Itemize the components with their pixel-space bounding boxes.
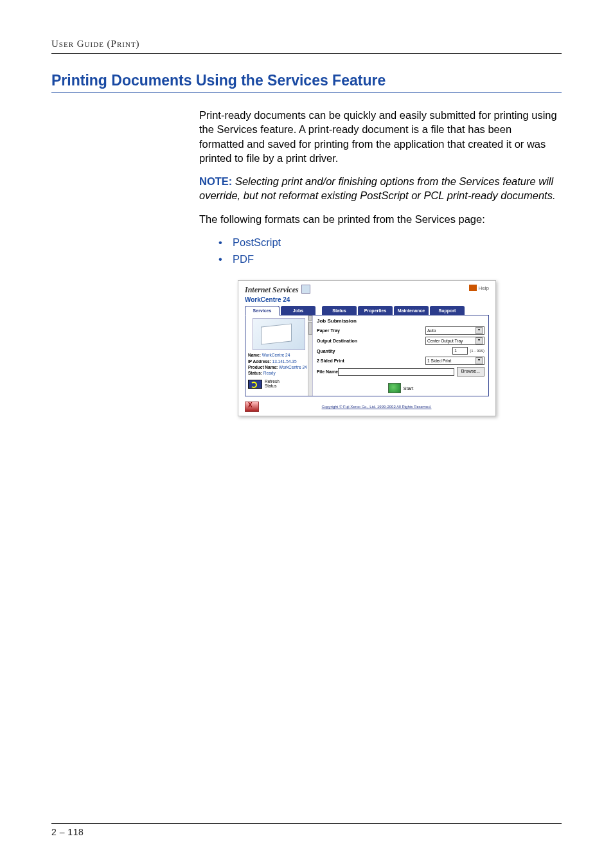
file-name-label: File Name	[317, 369, 338, 374]
tab-maintenance[interactable]: Maintenance	[394, 306, 429, 315]
tab-spacer	[317, 306, 321, 314]
note-text-content: Selecting print and/or finishing options…	[199, 175, 556, 201]
format-item: PostScript	[218, 235, 559, 249]
two-sided-label: 2 Sided Print	[317, 359, 344, 363]
note-label: NOTE:	[199, 175, 232, 187]
chevron-down-icon: ▾	[475, 337, 483, 344]
device-name: WorkCentre 24	[238, 296, 495, 306]
tab-properties[interactable]: Properties	[358, 306, 393, 315]
paper-tray-select[interactable]: Auto▾	[425, 326, 484, 335]
two-sided-select[interactable]: 1 Sided Print▾	[425, 357, 484, 365]
start-button[interactable]: Start	[388, 383, 414, 393]
note-paragraph: NOTE: Selecting print and/or finishing o…	[199, 174, 559, 203]
formats-list: PostScript PDF	[218, 235, 559, 267]
printer-illustration	[253, 318, 305, 350]
embedded-screenshot: Internet Services Help WorkCentre 24 Ser…	[238, 280, 496, 416]
refresh-icon	[248, 380, 262, 389]
xerox-logo	[245, 402, 259, 412]
tab-services[interactable]: Services	[245, 306, 280, 315]
body-column: Print-ready documents can be quickly and…	[199, 108, 559, 266]
section-title: Printing Documents Using the Services Fe…	[51, 72, 562, 93]
refresh-status-button[interactable]: RefreshStatus	[248, 380, 310, 389]
tab-row: Services Jobs Status Properties Maintena…	[238, 306, 495, 315]
output-dest-select[interactable]: Center Output Tray▾	[425, 337, 484, 345]
job-submission-form: Job Submission Paper Tray Auto▾ Output D…	[313, 315, 488, 396]
copyright-line: Copyright © Fuji Xerox Co., Ltd. 1999-20…	[264, 405, 489, 409]
browse-button[interactable]: Browse...	[457, 367, 484, 376]
quantity-label: Quantity	[317, 349, 335, 353]
paper-tray-label: Paper Tray	[317, 328, 340, 333]
quantity-range: (1 - 999)	[470, 349, 484, 353]
help-icon	[469, 285, 477, 291]
chevron-down-icon: ▾	[475, 357, 483, 364]
page-number: 2 – 118	[51, 827, 84, 837]
form-heading: Job Submission	[317, 318, 484, 324]
quantity-input[interactable]: 1	[452, 347, 468, 355]
side-scrollbar[interactable]	[308, 315, 312, 396]
start-icon	[388, 383, 401, 393]
side-panel: Name: WorkCentre 24 IP Address: 13.141.5…	[245, 315, 313, 396]
file-name-input[interactable]	[338, 368, 454, 376]
globe-icon	[301, 285, 310, 294]
tab-jobs[interactable]: Jobs	[281, 306, 315, 315]
formats-intro: The following formats can be printed fro…	[199, 212, 559, 226]
tab-status[interactable]: Status	[322, 306, 357, 315]
running-head: User Guide (Print)	[51, 39, 562, 54]
format-item: PDF	[218, 252, 559, 266]
intro-paragraph: Print-ready documents can be quickly and…	[199, 108, 559, 165]
chevron-down-icon: ▾	[475, 327, 483, 334]
help-link[interactable]: Help	[469, 285, 489, 291]
app-title: Internet Services	[245, 285, 310, 294]
tab-support[interactable]: Support	[430, 306, 465, 315]
output-dest-label: Output Destination	[317, 339, 357, 343]
